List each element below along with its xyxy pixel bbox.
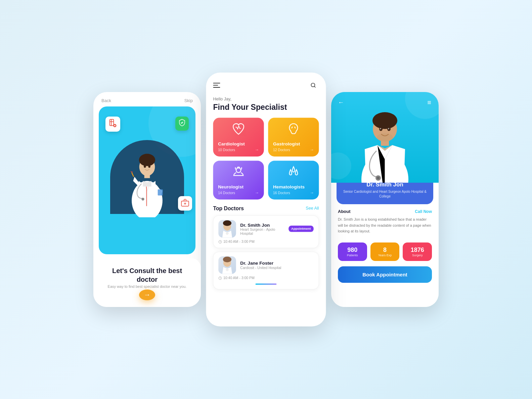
hematologist-icon [286,165,301,182]
medicine-icon [105,117,120,132]
hematologist-name: Hematologists [273,184,314,190]
stat-experience-label: Years Exp [373,254,397,257]
svg-point-27 [375,113,395,123]
doctor-2-time: 10:40 AM - 3:00 PM [218,276,255,280]
dot-2-active [144,212,150,215]
svg-point-34 [388,128,389,129]
svg-point-8 [144,165,146,168]
screen1-subtext: Easy way to find best specialist doctor … [108,284,187,290]
doctor-profile-card: Dr. Smith Jon Senior Cardiologist and He… [337,183,433,204]
skip-button[interactable]: Skip [184,98,193,103]
doctor-card-1[interactable]: Dr. Smith Jon Heart Surgeon - Apolo Hosp… [213,215,319,248]
stat-experience-value: 8 [373,247,397,254]
svg-point-1 [113,124,116,127]
svg-point-14 [236,168,241,173]
screen2-title: Find Your Specialist [213,103,319,112]
bg-circle-2 [331,152,351,179]
call-now-button[interactable]: Call Now [415,209,432,214]
screen2-topbar [213,80,319,91]
gastrologist-icon [286,122,301,139]
svg-line-11 [132,173,134,177]
doctor-2-specialty: Cardiosit - United Hospital [240,266,313,270]
doctor-card-1-bottom: 10:40 AM - 3:00 PM [218,240,314,244]
svg-point-29 [377,177,380,179]
cardiologist-count: 10 Doctors→ [218,147,259,152]
cardiologist-card[interactable]: Cardiologist 10 Doctors→ [213,118,264,157]
back-button[interactable]: Back [101,98,111,103]
about-label: About [338,209,351,214]
screen1-heading: Let's Consult the best doctor [101,266,193,284]
neurologist-name: Neurologist [218,184,259,190]
doctor-profile-name: Dr. Smith Jon [343,183,427,188]
svg-point-17 [226,232,228,235]
svg-point-20 [223,257,231,262]
stat-surgery-value: 1876 [405,247,429,254]
screen-1: Back Skip [93,92,201,307]
gastrologist-name: Gastrologist [273,141,314,147]
gastrologist-card[interactable]: Gastrologist 12 Doctors→ [268,118,319,157]
svg-point-7 [141,198,144,201]
top-doctors-title: Top Doctors [213,205,244,211]
svg-point-33 [380,128,381,129]
pagination-dots [139,212,155,215]
next-button[interactable]: → [139,290,155,301]
svg-point-6 [139,154,155,166]
screen1-body [99,106,195,254]
about-row: About Call Now [338,209,432,214]
doctor-1-specialty: Heart Surgeon - Apolo Hospital [240,227,284,235]
stat-surgery-label: Surgery [405,254,429,257]
doctor-card-2[interactable]: Dr. Jane Foster Cardiosit - United Hospi… [213,252,319,289]
screen1-header: Back Skip [93,92,201,106]
svg-point-21 [226,268,228,271]
doctor-card-1-top: Dr. Smith Jon Heart Surgeon - Apolo Hosp… [218,220,314,238]
dot-1 [139,212,142,215]
about-section: About Call Now Dr. Smith Jon is a loong … [331,204,439,242]
screen1-content: Let's Consult the best doctor Easy way t… [93,258,201,307]
screen3-bottom: Dr. Smith Jon Senior Cardiologist and He… [331,183,439,307]
hamburger-icon-3: ≡ [427,99,432,106]
stat-experience: 8 Years Exp [370,242,400,261]
appointment-badge-1: Appointment [289,226,314,232]
cardiologist-icon [231,122,246,139]
progress-bar [256,283,277,285]
svg-rect-10 [158,189,163,195]
cardiologist-name: Cardiologist [218,141,259,147]
search-button[interactable] [308,80,319,91]
svg-rect-0 [110,119,114,126]
screen-2: Hello Jay, Find Your Specialist Cardiolo… [206,73,326,326]
doctor-card-2-top: Dr. Jane Foster Cardiosit - United Hospi… [218,256,314,274]
about-text: Dr. Smith Jon is a loong established fac… [338,217,432,234]
svg-point-16 [223,220,231,226]
top-doctors-header: Top Doctors See All [213,205,319,211]
screen2-inner: Hello Jay, Find Your Specialist Cardiolo… [206,73,326,326]
doctor-2-info: Dr. Jane Foster Cardiosit - United Hospi… [240,261,313,270]
doctor-1-name: Dr. Smith Jon [240,222,284,228]
svg-point-13 [311,83,315,87]
dot-3 [152,212,155,215]
neurologist-icon [231,165,246,182]
book-appointment-button[interactable]: Book Appointment [338,266,432,283]
stat-patients: 980 Patients [338,242,367,261]
doctor-1-info: Dr. Smith Jon Heart Surgeon - Apolo Hosp… [240,222,284,235]
menu-button[interactable] [213,83,220,88]
screens-container: Back Skip [31,79,501,320]
doctor-2-name: Dr. Jane Foster [240,261,313,266]
stat-patients-value: 980 [341,247,364,254]
screen2-greeting: Hello Jay, [213,96,319,101]
svg-point-30 [377,133,393,141]
hematologist-card[interactable]: Hematologists 16 Doctors→ [268,161,319,200]
screen-3: ← ≡ [331,92,439,307]
menu-icon-p3[interactable]: ≡ [427,99,432,106]
stat-patients-label: Patients [341,254,364,257]
see-all-button[interactable]: See All [306,206,319,211]
neurologist-count: 14 Doctors→ [218,190,259,195]
gastrologist-count: 12 Doctors→ [273,147,314,152]
svg-point-9 [148,165,150,168]
doctor-card-2-bottom: 10:40 AM - 3:00 PM [218,276,314,280]
stat-surgery: 1876 Surgery [403,242,432,261]
doctor-2-avatar [218,256,236,274]
neurologist-card[interactable]: Neurologist 14 Doctors→ [213,161,264,200]
back-button-3[interactable]: ← [338,99,344,106]
doctor-profile-title: Senior Cardiologist and Heart Surgeon Ap… [343,189,427,199]
doctor-image [117,130,177,217]
